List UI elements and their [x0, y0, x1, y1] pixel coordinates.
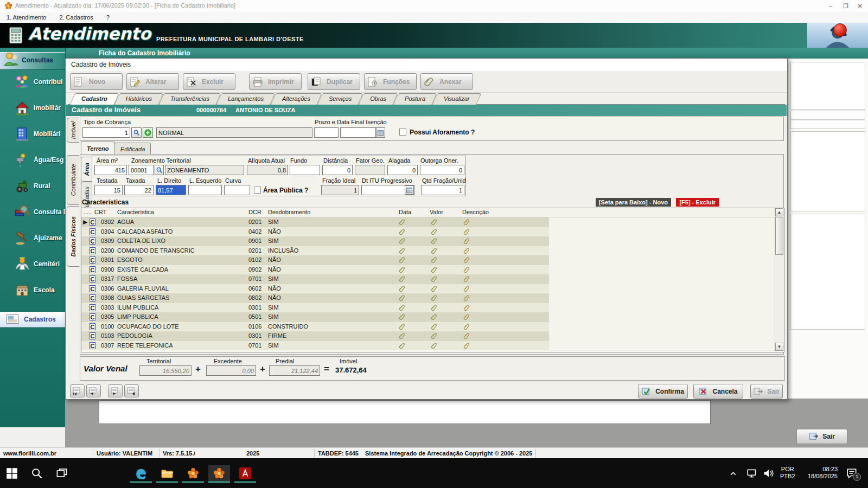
table-row[interactable]: ▶ C 0302 AGUA 0201 SIM: [81, 217, 775, 227]
next-record-button[interactable]: [108, 384, 123, 397]
scroll-down-icon[interactable]: ▼: [775, 343, 783, 351]
valor-clip-icon[interactable]: [431, 256, 437, 264]
first-record-button[interactable]: [70, 384, 85, 397]
tab-transferencias[interactable]: Transferências: [161, 93, 219, 104]
descricao-clip-icon[interactable]: [463, 228, 470, 235]
fator-geo-field[interactable]: [355, 165, 385, 175]
tab-cadastro[interactable]: Cadastro: [72, 93, 117, 104]
task-view-icon[interactable]: [51, 465, 73, 481]
excluir-button[interactable]: Excluir: [183, 73, 235, 90]
tab-obras[interactable]: Obras: [361, 93, 395, 104]
adobe-reader-icon[interactable]: [234, 465, 256, 483]
data-clip-icon[interactable]: [399, 342, 405, 349]
sair-button[interactable]: Sair: [750, 384, 783, 399]
table-row[interactable]: C 0103 PEDOLOGIA 0301 FIRME: [81, 331, 775, 341]
descricao-clip-icon[interactable]: [463, 256, 470, 264]
zoneamento-code-field[interactable]: [129, 165, 154, 175]
cancela-button[interactable]: Cancela: [693, 384, 743, 399]
zoneamento-desc-field[interactable]: [165, 165, 244, 175]
aforamento-checkbox[interactable]: [399, 129, 406, 136]
dtitu-calendar-icon[interactable]: [405, 185, 414, 195]
imprimir-button[interactable]: Imprimir: [249, 73, 302, 90]
data-clip-icon[interactable]: [399, 266, 405, 273]
taskbar-search-icon[interactable]: [26, 465, 48, 481]
valor-clip-icon[interactable]: [431, 237, 437, 245]
aliquota-field[interactable]: [247, 165, 288, 175]
clock[interactable]: 08:23 18/08/2025: [802, 466, 838, 480]
zoneamento-search-icon[interactable]: [155, 165, 164, 175]
atendimento-app-active-icon[interactable]: [208, 465, 230, 483]
area-field[interactable]: [94, 165, 127, 175]
table-scrollbar[interactable]: ▲ ▼: [775, 208, 784, 351]
anexar-button[interactable]: Anexar: [420, 73, 473, 90]
data-clip-icon[interactable]: [399, 256, 405, 264]
inner-tab-area[interactable]: Área: [81, 157, 92, 182]
alagada-field[interactable]: [387, 165, 418, 175]
side-tab-contribuinte[interactable]: Contribuinte: [67, 155, 79, 205]
sidebar-item-consulta-debito[interactable]: Consulta D: [0, 200, 65, 226]
descricao-clip-icon[interactable]: [463, 313, 470, 320]
table-row[interactable]: C 0200 COMANDO DE TRANSCRIC 0201 INCLUSÃ…: [81, 246, 775, 256]
table-row[interactable]: C 0309 COLETA DE LIXO 0901 SIM: [81, 236, 775, 246]
tab-lancamentos[interactable]: Lançamentos: [219, 93, 273, 104]
descricao-clip-icon[interactable]: [463, 266, 470, 273]
sidebar-item-mobiliario[interactable]: Mobiliári: [0, 121, 65, 147]
sidebar-item-escola[interactable]: Escola: [0, 278, 65, 304]
menu-item-1[interactable]: 1. Atendimento: [0, 14, 53, 21]
valor-clip-icon[interactable]: [431, 247, 437, 254]
language-indicator[interactable]: POR PTB2: [780, 466, 795, 480]
descricao-clip-icon[interactable]: [463, 247, 470, 254]
speaker-icon[interactable]: [761, 465, 777, 481]
table-row[interactable]: C 0303 ILUM PUBLICA 0301 SIM: [81, 303, 775, 313]
cobranca-search-icon[interactable]: [131, 127, 142, 138]
valor-clip-icon[interactable]: [431, 275, 437, 282]
notification-icon[interactable]: 1: [842, 465, 861, 481]
valor-clip-icon[interactable]: [431, 285, 437, 292]
valor-clip-icon[interactable]: [431, 332, 437, 339]
data-clip-icon[interactable]: [399, 219, 405, 226]
last-record-button[interactable]: [124, 384, 139, 397]
area-publica-checkbox[interactable]: [254, 187, 261, 194]
network-icon[interactable]: [744, 465, 761, 481]
alterar-button[interactable]: Alterar: [126, 73, 179, 90]
descricao-clip-icon[interactable]: [463, 304, 470, 311]
valor-clip-icon[interactable]: [431, 219, 437, 226]
funcoes-button[interactable]: Funções: [364, 73, 417, 90]
data-clip-icon[interactable]: [399, 294, 405, 301]
cobranca-code-field[interactable]: [82, 127, 130, 138]
menu-item-2[interactable]: 2. Cadastros: [53, 14, 99, 21]
atendimento-app-icon[interactable]: [182, 465, 204, 483]
scrollbar-thumb[interactable]: [775, 217, 783, 255]
isencao-prazo-field[interactable]: [314, 127, 339, 138]
testada-field[interactable]: [94, 185, 123, 195]
maximize-button[interactable]: ❐: [839, 1, 853, 11]
sidebar-item-ajuizamento[interactable]: Ajuizame: [0, 226, 65, 252]
edge-icon[interactable]: [130, 465, 152, 483]
valor-clip-icon[interactable]: [431, 266, 437, 273]
descricao-clip-icon[interactable]: [463, 219, 470, 226]
fundo-field[interactable]: [290, 165, 320, 175]
valor-clip-icon[interactable]: [431, 304, 437, 311]
close-button[interactable]: ✕: [853, 1, 867, 11]
table-row[interactable]: C 0317 FOSSA 0701 SIM: [81, 274, 775, 284]
sidebar-item-agua-esgoto[interactable]: Água/Esg: [0, 147, 65, 174]
data-clip-icon[interactable]: [399, 332, 405, 339]
sidebar-item-cemiterio[interactable]: Cemitéri: [0, 252, 65, 278]
duplicar-button[interactable]: Duplicar: [308, 73, 360, 90]
table-row[interactable]: C 0900 EXISTE CALCADA 0902 NÃO: [81, 265, 775, 275]
sidebar-item-rural[interactable]: Rural: [0, 174, 65, 200]
valor-clip-icon[interactable]: [431, 313, 437, 320]
menu-item-3[interactable]: ?: [100, 14, 116, 21]
curva-field[interactable]: [224, 185, 250, 195]
tab-postura[interactable]: Postura: [395, 93, 435, 104]
data-clip-icon[interactable]: [399, 247, 405, 254]
tab-visualizar[interactable]: Visualizar: [435, 93, 479, 104]
data-clip-icon[interactable]: [399, 304, 405, 311]
table-row[interactable]: C 0304 CALCADA ASFALTO 0402 NÃO: [81, 227, 775, 237]
file-explorer-icon[interactable]: [156, 465, 178, 483]
descricao-clip-icon[interactable]: [463, 332, 470, 339]
descricao-clip-icon[interactable]: [463, 294, 470, 301]
valor-clip-icon[interactable]: [431, 228, 437, 235]
tab-servicos[interactable]: Serviços: [320, 93, 361, 104]
ldireito-field[interactable]: [156, 185, 186, 195]
